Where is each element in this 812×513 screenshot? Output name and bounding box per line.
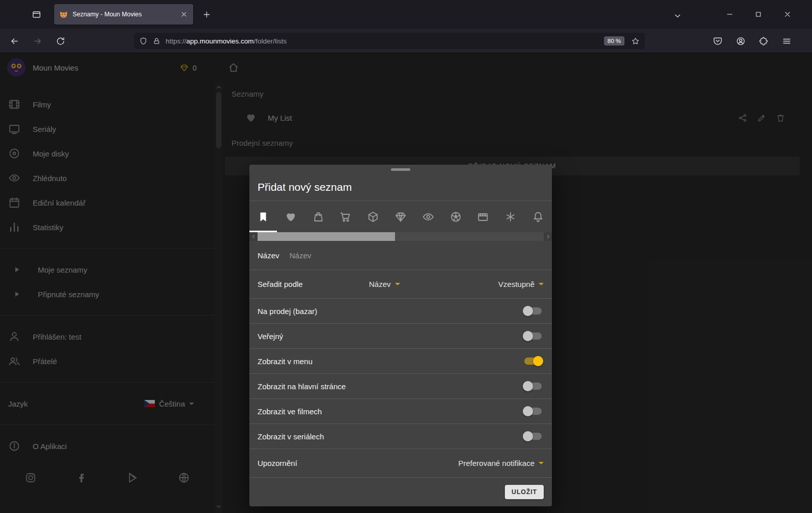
hamburger-menu-icon: [782, 36, 792, 46]
close-icon: [784, 11, 791, 18]
reload-icon: [56, 36, 65, 46]
icon-tab-shopping-cart[interactable]: [332, 201, 359, 232]
tab-close-icon[interactable]: [180, 10, 188, 18]
account-icon: [736, 36, 746, 46]
add-list-dialog: Přidat nový seznam Název Seřadit podle: [249, 165, 552, 506]
toggle-row-hlavni-stranka: Zobrazit na hlavní stránce: [249, 374, 552, 399]
toggle-label: Zobrazit na hlavní stránce: [258, 382, 346, 391]
zobrazit-v-menu-toggle[interactable]: [524, 358, 542, 365]
bookmark-star-icon[interactable]: [631, 37, 640, 46]
notifications-value: Preferované notifikace: [458, 459, 535, 467]
minimize-button[interactable]: [722, 7, 737, 22]
icon-tab-movie[interactable]: [470, 201, 497, 232]
chevron-down-icon: [539, 283, 544, 285]
sort-direction-select[interactable]: Vzestupně: [498, 280, 544, 288]
dialog-footer: ULOŽIT: [249, 478, 552, 506]
drag-handle[interactable]: [391, 168, 410, 171]
new-tab-button[interactable]: [200, 8, 213, 21]
notifications-select[interactable]: Preferované notifikace: [458, 459, 544, 467]
tab-favicon: [59, 10, 68, 19]
forward-arrow-icon: [33, 36, 42, 46]
lock-icon[interactable]: [152, 37, 161, 46]
notifications-label: Upozornění: [258, 459, 297, 467]
movie-icon: [477, 211, 489, 223]
shopping-bag-icon: [312, 211, 324, 223]
icon-tab-cube[interactable]: [359, 201, 387, 232]
navigation-toolbar: https://app.mounmovies.com/folder/lists …: [0, 29, 812, 53]
icon-tab-soccer-ball[interactable]: [442, 201, 470, 232]
firefox-view-icon: [32, 10, 41, 19]
toggle-label: Zobrazit v seriálech: [258, 432, 324, 441]
verejny-toggle[interactable]: [524, 332, 542, 340]
tracking-protection-shield-icon[interactable]: [139, 37, 148, 46]
forward-button[interactable]: [29, 33, 45, 49]
chevron-down-icon: [395, 283, 400, 285]
toggle-row-ve-filmech: Zobrazit ve filmech: [249, 399, 552, 424]
scrollbar-track[interactable]: [258, 232, 544, 241]
scroll-left-icon[interactable]: [249, 232, 258, 241]
browser-tab[interactable]: Seznamy - Moun Movies: [54, 4, 193, 25]
icon-tab-asterisk[interactable]: [497, 201, 524, 232]
icon-tab-bookmark[interactable]: [249, 201, 277, 232]
heart-icon: [285, 211, 297, 223]
na-prodej-toggle[interactable]: [524, 307, 542, 315]
sort-by-value: Název: [369, 280, 391, 288]
save-button[interactable]: ULOŽIT: [505, 485, 544, 499]
bookmark-icon: [257, 211, 269, 223]
scroll-right-icon[interactable]: [544, 232, 552, 241]
reload-button[interactable]: [52, 33, 68, 49]
account-button[interactable]: [732, 33, 749, 49]
sort-direction-value: Vzestupně: [498, 280, 535, 288]
name-field-row: Název: [249, 241, 552, 270]
eye-icon: [422, 211, 434, 223]
bell-icon: [532, 211, 544, 223]
scrollbar-thumb[interactable]: [258, 232, 395, 241]
back-arrow-icon: [10, 36, 19, 46]
extensions-button[interactable]: [755, 33, 772, 49]
toggle-label: Zobrazit v menu: [258, 357, 313, 366]
firefox-view-button[interactable]: [30, 8, 43, 21]
zobrazit-na-hlavni-strance-toggle[interactable]: [524, 383, 542, 390]
toggle-label: Veřejný: [258, 332, 283, 341]
close-window-button[interactable]: [780, 7, 795, 22]
puzzle-icon: [759, 36, 769, 46]
toggle-row-na-prodej: Na prodej (bazar): [249, 299, 552, 324]
zobrazit-ve-filmech-toggle[interactable]: [524, 408, 542, 415]
name-input[interactable]: [289, 251, 413, 260]
shopping-cart-icon: [339, 211, 352, 223]
toggle-label: Na prodej (bazar): [258, 307, 317, 316]
url-bar[interactable]: https://app.mounmovies.com/folder/lists …: [134, 33, 645, 49]
icon-tab-heart[interactable]: [277, 201, 305, 232]
zoom-level-badge[interactable]: 80 %: [604, 36, 624, 46]
icon-tab-bell[interactable]: [524, 201, 552, 232]
zobrazit-v-serialech-toggle[interactable]: [524, 433, 542, 440]
soccer-ball-icon: [450, 211, 462, 223]
icon-tab-gem[interactable]: [387, 201, 414, 232]
icon-tab-shopping-bag[interactable]: [305, 201, 332, 232]
maximize-button[interactable]: [751, 7, 766, 22]
icon-tab-eye[interactable]: [414, 201, 442, 232]
horizontal-scrollbar[interactable]: [249, 232, 552, 241]
toggle-label: Zobrazit ve filmech: [258, 407, 322, 416]
tab-bar: Seznamy - Moun Movies: [0, 0, 812, 29]
pocket-button[interactable]: [709, 33, 726, 49]
maximize-icon: [755, 11, 762, 18]
toggle-row-verejny: Veřejný: [249, 324, 552, 349]
sort-by-select[interactable]: Název: [369, 280, 400, 288]
pocket-icon: [713, 36, 723, 46]
name-label: Název: [258, 251, 280, 260]
cube-icon: [367, 211, 379, 223]
plus-icon: [202, 10, 211, 19]
chevron-down-icon: [539, 462, 544, 464]
icon-tab-bar: [249, 201, 552, 232]
minimize-icon: [726, 11, 733, 18]
sort-row: Seřadit podle Název Vzestupně: [249, 270, 552, 299]
sort-label: Seřadit podle: [258, 280, 369, 288]
application-menu-button[interactable]: [778, 33, 795, 49]
back-button[interactable]: [6, 33, 22, 49]
tab-title: Seznamy - Moun Movies: [73, 11, 180, 18]
chevron-down-icon: [674, 12, 682, 20]
list-all-tabs-button[interactable]: [670, 8, 685, 24]
browser-window: Seznamy - Moun Movies: [0, 0, 812, 513]
url-text: https://app.mounmovies.com/folder/lists: [166, 37, 287, 45]
